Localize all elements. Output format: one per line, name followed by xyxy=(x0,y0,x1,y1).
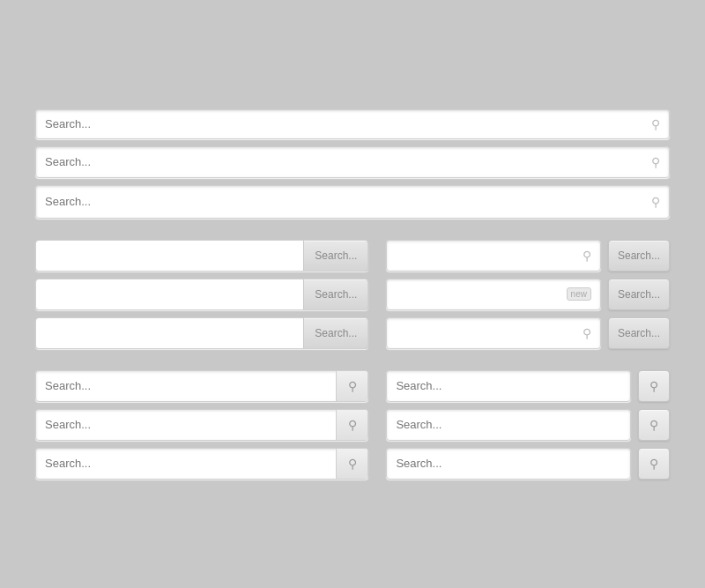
left-input-3[interactable] xyxy=(36,318,303,348)
search-input-3[interactable] xyxy=(45,195,651,208)
main-container: ⚲ ⚲ ⚲ Search... Search... xyxy=(18,92,687,497)
right-search-button-1[interactable]: Search... xyxy=(608,240,670,272)
search-icon-2[interactable]: ⚲ xyxy=(651,155,660,169)
left-search-button-3[interactable]: Search... xyxy=(303,318,367,348)
spacer-left xyxy=(35,356,368,363)
right-search-icon-3: ⚲ xyxy=(583,326,591,340)
search-bar-2: ⚲ xyxy=(35,146,670,178)
new-badge: new xyxy=(567,287,591,301)
right-search-button-3[interactable]: Search... xyxy=(608,317,670,349)
left-search-button-1[interactable]: Search... xyxy=(303,241,367,271)
right-separate-icon-btn-3[interactable]: ⚲ xyxy=(638,448,670,480)
left-icon-button-1[interactable]: ⚲ xyxy=(336,371,367,401)
search-bar-3: ⚲ xyxy=(35,185,670,219)
left-icon-button-3[interactable]: ⚲ xyxy=(336,449,367,479)
bottom-section: Search... Search... Search... ⚲ ⚲ xyxy=(35,240,670,480)
left-search-icon-row-2: ⚲ xyxy=(35,409,368,441)
right-plain-bar-2 xyxy=(386,409,631,441)
search-icon-3[interactable]: ⚲ xyxy=(651,195,660,209)
right-row-3: ⚲ Search... xyxy=(386,317,670,349)
right-plain-input-3[interactable] xyxy=(396,457,621,470)
search-icon-1[interactable]: ⚲ xyxy=(651,117,660,131)
right-input-1[interactable] xyxy=(396,249,583,262)
right-plain-bar-1 xyxy=(386,370,631,402)
right-search-bar-1: ⚲ xyxy=(386,240,601,272)
right-plain-input-1[interactable] xyxy=(396,379,621,392)
left-input-1[interactable] xyxy=(36,241,303,271)
left-icon-input-1[interactable] xyxy=(45,379,336,392)
left-icon-button-2[interactable]: ⚲ xyxy=(336,410,367,440)
left-search-btn-row-1: Search... xyxy=(35,240,368,272)
right-plain-input-2[interactable] xyxy=(396,418,621,431)
search-input-1[interactable] xyxy=(45,117,651,130)
left-column: Search... Search... Search... ⚲ ⚲ xyxy=(35,240,368,480)
right-row-1: ⚲ Search... xyxy=(386,240,670,272)
right-input-2[interactable] xyxy=(396,287,566,301)
right-plain-bar-3 xyxy=(386,448,631,480)
search-input-2[interactable] xyxy=(45,155,651,168)
right-search-icon-1: ⚲ xyxy=(583,249,591,263)
left-search-btn-row-2: Search... xyxy=(35,279,368,310)
right-column: ⚲ Search... new Search... ⚲ Search... xyxy=(386,240,670,480)
left-icon-input-3[interactable] xyxy=(45,457,336,470)
search-bar-1: ⚲ xyxy=(35,109,670,139)
left-search-icon-row-1: ⚲ xyxy=(35,370,368,402)
right-icon-row-2: ⚲ xyxy=(386,409,670,441)
right-search-bar-3: ⚲ xyxy=(386,317,601,349)
top-search-section: ⚲ ⚲ ⚲ xyxy=(35,109,670,219)
right-input-3[interactable] xyxy=(396,326,583,339)
right-icon-row-3: ⚲ xyxy=(386,448,670,480)
left-input-2[interactable] xyxy=(36,279,303,309)
left-search-btn-row-3: Search... xyxy=(35,317,368,349)
left-search-button-2[interactable]: Search... xyxy=(303,279,367,309)
left-icon-input-2[interactable] xyxy=(45,418,336,431)
right-search-bar-2: new xyxy=(386,279,601,310)
right-search-button-2[interactable]: Search... xyxy=(608,279,670,310)
right-icon-row-1: ⚲ xyxy=(386,370,670,402)
right-row-2: new Search... xyxy=(386,279,670,310)
left-search-icon-row-3: ⚲ xyxy=(35,448,368,480)
right-separate-icon-btn-2[interactable]: ⚲ xyxy=(638,409,670,441)
spacer-right xyxy=(386,356,670,363)
right-separate-icon-btn-1[interactable]: ⚲ xyxy=(638,370,670,402)
